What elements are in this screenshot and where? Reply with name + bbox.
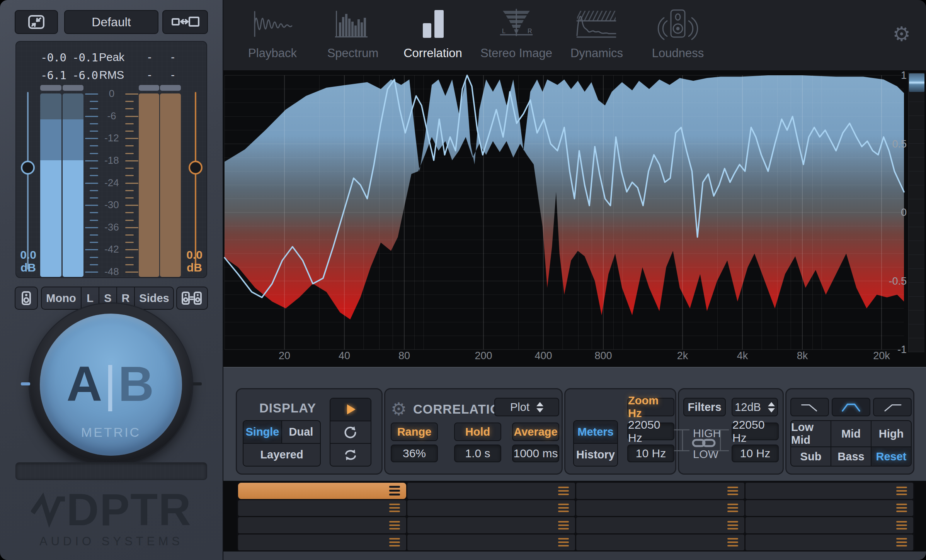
- left-fader-knob[interactable]: [21, 161, 35, 175]
- plot-zoom-handle[interactable]: [909, 73, 924, 92]
- refresh-icon: [343, 425, 358, 440]
- snapshot-menu-icon[interactable]: [896, 538, 907, 546]
- logo-subtext: AUDIO SYSTEMS: [0, 535, 223, 548]
- rms-left-value: -6.1: [41, 69, 66, 82]
- y-axis-tick: -1: [897, 344, 907, 356]
- tab-loudness[interactable]: Loudness: [641, 5, 715, 67]
- display-dual-button[interactable]: Dual: [282, 421, 320, 443]
- filter-high-field[interactable]: 22050 Hz: [732, 423, 779, 440]
- snapshot-slot[interactable]: [576, 483, 744, 499]
- peak-left-value: -0.0: [41, 51, 66, 64]
- filter-low-field[interactable]: 10 Hz: [732, 445, 779, 462]
- refresh-button[interactable]: [330, 421, 371, 443]
- cycle-button[interactable]: [330, 444, 371, 466]
- hold-toggle-button[interactable]: Hold: [454, 423, 501, 441]
- meters-history-group: Meters History: [573, 420, 618, 467]
- rms-ref-left: -: [148, 69, 151, 81]
- window-resize-button[interactable]: [162, 10, 208, 34]
- ab-compare-knob[interactable]: A|B METRIC: [40, 314, 182, 456]
- play-button[interactable]: [330, 399, 371, 421]
- snapshot-slot[interactable]: [238, 517, 406, 533]
- tab-correlation[interactable]: Correlation: [396, 5, 470, 67]
- snapshot-menu-icon[interactable]: [896, 487, 907, 495]
- zoom-hz-button[interactable]: Zoom Hz: [627, 398, 674, 416]
- band-bass-button[interactable]: Bass: [831, 447, 872, 466]
- display-single-button[interactable]: Single: [243, 421, 282, 443]
- meters-button[interactable]: Meters: [574, 421, 617, 443]
- snapshot-menu-icon[interactable]: [389, 521, 400, 529]
- correlation-gear-icon[interactable]: ⚙: [391, 400, 407, 418]
- band-pass-shape-button[interactable]: [832, 398, 870, 416]
- snapshot-menu-icon[interactable]: [389, 486, 400, 496]
- snapshot-menu-icon[interactable]: [558, 487, 569, 495]
- snapshot-menu-icon[interactable]: [727, 487, 738, 495]
- snapshot-menu-icon[interactable]: [896, 504, 907, 512]
- snapshot-slot[interactable]: [576, 535, 744, 551]
- snapshot-slot[interactable]: [576, 517, 744, 533]
- hold-value-field[interactable]: 1.0 s: [454, 445, 501, 462]
- zoom-high-field[interactable]: 22050 Hz: [627, 423, 674, 440]
- snapshot-menu-icon[interactable]: [389, 538, 400, 546]
- correlation-plot: 2040802004008002k4k8k20k 10.50-0.5-1: [223, 70, 926, 367]
- left-panel: Default -0.0 -0.1 Peak - - -6.1 -6.0: [0, 0, 223, 560]
- filters-button[interactable]: Filters: [683, 398, 726, 416]
- display-layered-button[interactable]: Layered: [243, 444, 320, 466]
- snapshot-slot[interactable]: [746, 483, 914, 499]
- speaker-match-button[interactable]: [176, 287, 208, 310]
- range-value-field[interactable]: 36%: [391, 445, 438, 462]
- snapshot-slot[interactable]: [576, 500, 744, 516]
- control-strip: DISPLAY Single Dual Layered: [223, 367, 926, 481]
- snapshot-menu-icon[interactable]: [558, 504, 569, 512]
- tab-playback[interactable]: Playback: [236, 5, 309, 67]
- svg-text:20: 20: [279, 350, 290, 361]
- snapshot-menu-icon[interactable]: [896, 521, 907, 529]
- tab-dynamics[interactable]: Dynamics: [560, 5, 633, 67]
- average-value-field[interactable]: 1000 ms: [512, 445, 559, 462]
- plot-zoom-scrollbar[interactable]: [908, 73, 924, 352]
- snapshot-slot[interactable]: [238, 483, 406, 499]
- rms-label: RMS: [99, 69, 124, 81]
- right-fader-knob[interactable]: [189, 161, 203, 175]
- band-mid-button[interactable]: Mid: [831, 421, 872, 446]
- snapshot-slot[interactable]: [746, 535, 914, 551]
- snapshot-menu-icon[interactable]: [558, 521, 569, 529]
- snapshot-slot[interactable]: [407, 517, 575, 533]
- high-cut-shape-button[interactable]: [873, 398, 912, 416]
- snapshot-menu-icon[interactable]: [727, 521, 738, 529]
- average-toggle-button[interactable]: Average: [512, 423, 559, 441]
- history-button[interactable]: History: [574, 444, 617, 466]
- snapshot-menu-icon[interactable]: [558, 538, 569, 546]
- tab-spectrum[interactable]: Spectrum: [316, 5, 390, 67]
- tab-stereo-image[interactable]: LR Stereo Image: [480, 5, 553, 67]
- snapshot-slot[interactable]: [407, 500, 575, 516]
- channel-mono-button[interactable]: Mono: [41, 287, 82, 309]
- range-toggle-button[interactable]: Range: [391, 423, 438, 441]
- settings-gear-icon[interactable]: ⚙: [892, 24, 911, 44]
- band-lowmid-button[interactable]: Low Mid: [791, 421, 831, 446]
- correlation-view-dropdown[interactable]: Plot: [494, 398, 559, 416]
- snapshot-menu-icon[interactable]: [727, 538, 738, 546]
- collapse-panel-button[interactable]: [15, 10, 58, 34]
- snapshot-slot[interactable]: [746, 517, 914, 533]
- snapshot-menu-icon[interactable]: [389, 504, 400, 512]
- filter-low-label: LOW: [693, 448, 718, 461]
- bands-reset-button[interactable]: Reset: [872, 447, 911, 466]
- snapshot-slot[interactable]: [238, 500, 406, 516]
- link-icon[interactable]: [691, 438, 716, 448]
- band-high-button[interactable]: High: [872, 421, 911, 446]
- session-name-bar[interactable]: [15, 462, 207, 480]
- zoom-low-field[interactable]: 10 Hz: [627, 445, 674, 462]
- band-sub-button[interactable]: Sub: [791, 447, 831, 466]
- channel-sides-button[interactable]: Sides: [135, 287, 174, 309]
- speaker-solo-button[interactable]: [15, 287, 38, 310]
- filters-section: Filters 12dB HIGH LOW 22050 Hz 10 Hz: [678, 388, 784, 475]
- snapshot-menu-icon[interactable]: [727, 504, 738, 512]
- filter-slope-dropdown[interactable]: 12dB: [732, 398, 778, 416]
- snapshot-slot[interactable]: [238, 535, 406, 551]
- snapshot-slot[interactable]: [407, 483, 575, 499]
- snapshot-slot[interactable]: [407, 535, 575, 551]
- low-cut-shape-button[interactable]: [790, 398, 829, 416]
- preset-selector[interactable]: Default: [64, 10, 158, 34]
- bands-section: Low Mid Mid High Sub Bass Reset: [785, 388, 914, 475]
- snapshot-slot[interactable]: [746, 500, 914, 516]
